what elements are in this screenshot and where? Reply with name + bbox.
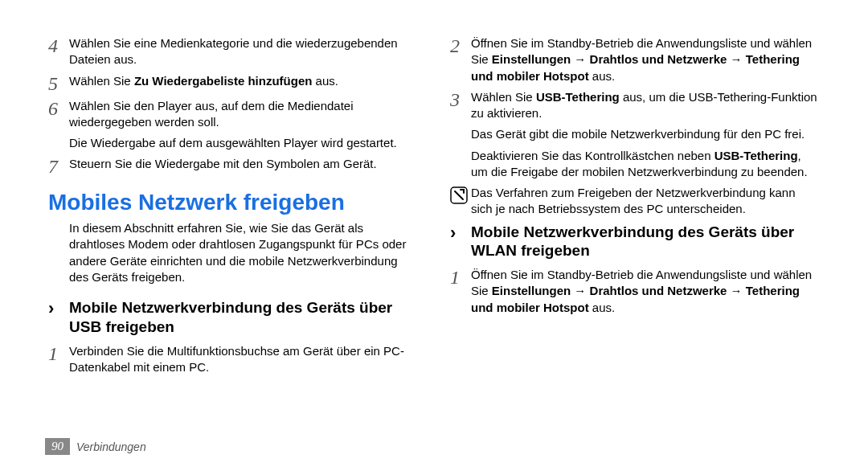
note-icon (450, 185, 471, 204)
arrow: → (727, 52, 745, 66)
subsection-marker: › (48, 298, 69, 317)
text: Wählen Sie (69, 74, 134, 88)
subsection-title: Mobile Netzwerkverbindung des Geräts übe… (69, 298, 418, 337)
text: Wählen Sie (471, 90, 536, 104)
step-num: 7 (48, 156, 69, 176)
step-text: Öffnen Sie im Standby-Betrieb die Anwend… (471, 267, 820, 316)
page-footer: 90 Verbindungen (45, 438, 146, 455)
step-text: Wählen Sie den Player aus, auf dem die M… (69, 98, 418, 131)
step-5: 5 Wählen Sie Zu Wiedergabeliste hinzufüg… (48, 73, 418, 93)
footer-label: Verbindungen (76, 440, 146, 453)
bold-text: USB-Tethering (714, 149, 798, 162)
subsection-wlan: › Mobile Netzwerkverbindung des Geräts ü… (450, 223, 820, 261)
step-text: Wählen Sie eine Medienkategorie und die … (69, 35, 418, 68)
note-row: Das Verfahren zum Freigeben der Netzwerk… (450, 185, 820, 218)
step-num: 4 (48, 35, 69, 55)
section-intro: In diesem Abschnitt erfahren Sie, wie Si… (69, 220, 418, 285)
bold-text: Einstellungen (492, 284, 571, 297)
step-text: Steuern Sie die Wiedergabe mit den Symbo… (69, 156, 418, 172)
step-num: 2 (450, 35, 471, 55)
subsection-marker: › (450, 223, 471, 242)
bold-text: Einstellungen (492, 52, 571, 66)
text: aus. (589, 301, 616, 314)
step-text: Wählen Sie USB-Tethering aus, um die USB… (471, 89, 820, 122)
step-6: 6 Wählen Sie den Player aus, auf dem die… (48, 98, 418, 131)
step-num: 6 (48, 98, 69, 118)
step-4: 4 Wählen Sie eine Medienkategorie und di… (48, 35, 418, 68)
section-title: Mobiles Netzwerk freigeben (48, 190, 418, 215)
step-3-cont-a: Das Gerät gibt die mobile Netzwerkverbin… (471, 126, 820, 142)
step-3-cont-b: Deaktivieren Sie das Kontrollkästchen ne… (471, 148, 820, 181)
bold-text: Drahtlos und Netzwerke (590, 284, 727, 297)
arrow: → (571, 52, 589, 66)
text: aus. (589, 69, 616, 83)
step-6-continue: Die Wiedergabe auf dem ausgewählten Play… (69, 135, 418, 151)
arrow: → (727, 284, 745, 297)
page-number: 90 (45, 438, 70, 455)
step-wlan-1: 1 Öffnen Sie im Standby-Betrieb die Anwe… (450, 267, 820, 316)
step-3: 3 Wählen Sie USB-Tethering aus, um die U… (450, 89, 820, 122)
step-2: 2 Öffnen Sie im Standby-Betrieb die Anwe… (450, 35, 820, 84)
bold-text: USB-Tethering (536, 90, 620, 104)
step-num: 1 (48, 343, 69, 363)
step-text: Verbinden Sie die Multifunktionsbuchse a… (69, 343, 418, 376)
text: aus. (312, 74, 338, 88)
step-num: 3 (450, 89, 471, 109)
step-num: 5 (48, 73, 69, 93)
bold-text: Drahtlos und Netzwerke (590, 52, 727, 66)
text: Deaktivieren Sie das Kontrollkästchen ne… (471, 149, 714, 162)
step-num: 1 (450, 267, 471, 287)
left-column: 4 Wählen Sie eine Medienkategorie und di… (48, 35, 418, 380)
bold-text: Zu Wiedergabeliste hinzufügen (134, 74, 313, 88)
step-usb-1: 1 Verbinden Sie die Multifunktionsbuchse… (48, 343, 418, 376)
subsection-usb: › Mobile Netzwerkverbindung des Geräts ü… (48, 298, 418, 337)
right-column: 2 Öffnen Sie im Standby-Betrieb die Anwe… (450, 35, 820, 380)
step-7: 7 Steuern Sie die Wiedergabe mit den Sym… (48, 156, 418, 176)
arrow: → (571, 284, 589, 297)
svg-line-1 (455, 191, 463, 199)
subsection-title: Mobile Netzwerkverbindung des Geräts übe… (471, 223, 820, 261)
step-text: Öffnen Sie im Standby-Betrieb die Anwend… (471, 35, 820, 84)
note-text: Das Verfahren zum Freigeben der Netzwerk… (471, 185, 820, 218)
step-text: Wählen Sie Zu Wiedergabeliste hinzufügen… (69, 73, 418, 89)
